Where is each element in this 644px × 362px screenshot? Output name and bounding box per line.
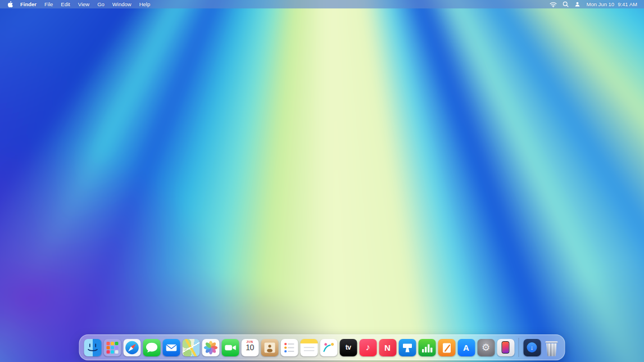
- dock-item-photos[interactable]: [202, 336, 220, 359]
- wallpaper: [0, 0, 644, 362]
- menu-item-window[interactable]: Window: [108, 1, 135, 7]
- dock-item-iphone-mirroring[interactable]: [497, 336, 515, 359]
- dock-item-contacts[interactable]: [261, 336, 279, 359]
- mail-icon: [162, 339, 180, 356]
- dock-item-keynote[interactable]: [398, 336, 416, 359]
- dock-item-app-store[interactable]: A: [457, 336, 475, 359]
- dock-item-reminders[interactable]: [280, 336, 298, 359]
- launchpad-icon: [103, 339, 121, 356]
- safari-icon: [123, 339, 140, 356]
- trash-rim: [546, 341, 558, 343]
- dock-item-news[interactable]: N: [379, 336, 397, 359]
- download-circle: ↓: [527, 342, 537, 352]
- dock-item-safari[interactable]: [123, 336, 141, 359]
- clock-time: 9:41 AM: [618, 1, 637, 7]
- dock-item-numbers[interactable]: [418, 336, 436, 359]
- facetime-icon: [221, 339, 239, 356]
- dock-item-messages[interactable]: [143, 336, 161, 359]
- user-switch-icon[interactable]: [574, 1, 580, 7]
- downloads-icon: ↓: [523, 339, 541, 356]
- dock: JUN 10: [79, 334, 565, 360]
- dock-item-music[interactable]: ♪: [359, 336, 377, 359]
- trash-body: [546, 343, 557, 356]
- contacts-icon: [261, 339, 278, 356]
- system-settings-icon: ⚙: [477, 339, 495, 356]
- finder-icon: [84, 339, 101, 356]
- numbers-icon: [418, 339, 436, 356]
- app-store-glyph: A: [457, 339, 475, 356]
- download-arrow-glyph: ↓: [527, 342, 537, 352]
- dock-item-mail[interactable]: [162, 336, 180, 359]
- menu-bar-right: Mon Jun 10 9:41 AM: [550, 1, 637, 7]
- dock-item-calendar[interactable]: JUN 10: [241, 336, 259, 359]
- maps-icon: [182, 339, 199, 356]
- apple-menu[interactable]: [7, 1, 16, 7]
- apple-tv-icon: tv: [339, 339, 357, 356]
- dock-item-finder[interactable]: [84, 336, 102, 359]
- spotlight-search-icon[interactable]: [563, 1, 569, 7]
- menu-bar-clock[interactable]: Mon Jun 10 9:41 AM: [586, 1, 637, 7]
- dock-item-facetime[interactable]: [221, 336, 239, 359]
- menu-item-finder[interactable]: Finder: [16, 1, 40, 7]
- music-icon: ♪: [359, 339, 377, 356]
- dock-item-pages[interactable]: [438, 336, 456, 359]
- reminders-icon: [280, 339, 298, 356]
- menu-bar: Finder File Edit View Go Window Help Mon…: [0, 0, 644, 8]
- menu-item-file[interactable]: File: [40, 1, 57, 7]
- menu-bar-left: Finder File Edit View Go Window Help: [7, 1, 154, 7]
- menu-item-edit[interactable]: Edit: [57, 1, 74, 7]
- calendar-icon: JUN 10: [241, 339, 258, 356]
- freeform-icon: [320, 339, 337, 356]
- menu-item-view[interactable]: View: [74, 1, 93, 7]
- iphone-shape: [502, 341, 510, 354]
- trash-icon: [545, 339, 559, 356]
- menu-item-help[interactable]: Help: [135, 1, 155, 7]
- dock-item-notes[interactable]: [300, 336, 318, 359]
- gear-glyph: ⚙: [477, 339, 495, 356]
- music-note-glyph: ♪: [359, 339, 377, 356]
- news-icon: N: [379, 339, 396, 356]
- apple-logo-icon: [8, 1, 13, 7]
- dock-item-launchpad[interactable]: [103, 336, 121, 359]
- pages-icon: [438, 339, 455, 356]
- dock-item-tv[interactable]: tv: [339, 336, 357, 359]
- calendar-day: 10: [246, 343, 254, 352]
- desktop: Finder File Edit View Go Window Help Mon…: [0, 0, 644, 362]
- dock-item-trash[interactable]: [543, 336, 561, 359]
- tv-glyph: tv: [339, 339, 357, 356]
- clock-date: Mon Jun 10: [586, 1, 614, 7]
- dock-item-downloads[interactable]: ↓: [523, 336, 541, 359]
- wifi-icon[interactable]: [550, 2, 557, 7]
- dock-item-maps[interactable]: [182, 336, 200, 359]
- messages-icon: [143, 339, 160, 356]
- iphone-mirroring-icon: [497, 339, 514, 356]
- app-store-icon: A: [457, 339, 475, 356]
- dock-item-system-settings[interactable]: ⚙: [477, 336, 495, 359]
- dock-divider: [519, 338, 519, 357]
- launchpad-grid: [106, 342, 110, 345]
- dock-item-freeform[interactable]: [320, 336, 338, 359]
- menu-item-go[interactable]: Go: [93, 1, 108, 7]
- photos-icon: [202, 339, 219, 356]
- news-glyph: N: [379, 339, 396, 356]
- keynote-icon: [398, 339, 416, 356]
- notes-icon: [300, 339, 318, 356]
